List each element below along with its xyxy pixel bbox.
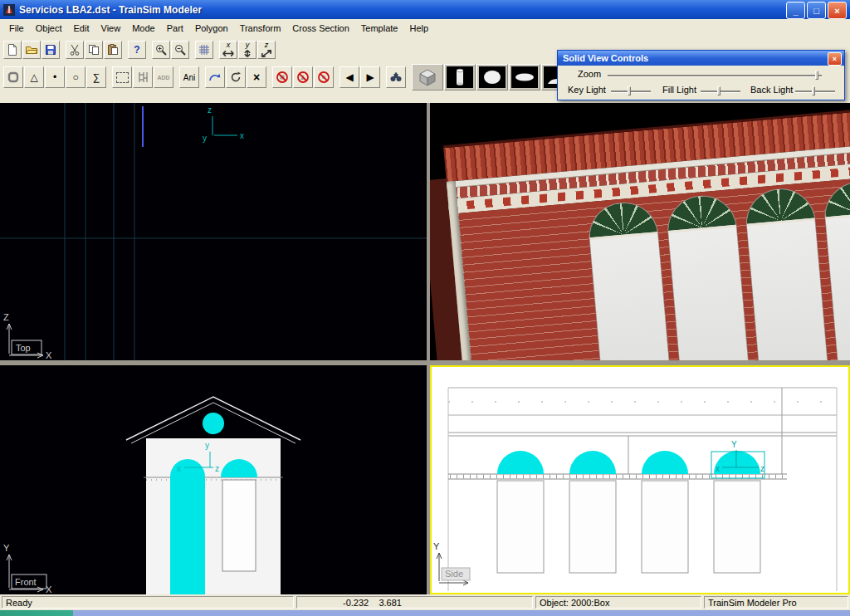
template-cylinder-button[interactable] [444,64,476,90]
maximize-button[interactable]: □ [807,2,826,19]
rotate-arrow-button[interactable] [226,66,246,88]
close-button[interactable]: × [828,2,847,19]
prev-part-button[interactable]: ◀ [340,66,359,88]
status-bar: Ready -0.232 3.681 Object: 2000:Box Trai… [0,594,850,610]
new-document-icon [6,43,19,56]
new-document-button[interactable] [3,41,22,59]
menu-template[interactable]: Template [355,21,404,36]
app-icon [2,3,16,17]
rotate-arrow-icon [229,71,242,84]
viewport-perspective[interactable] [430,103,850,360]
animation-icon: Ani [183,73,195,82]
window-front [222,480,256,571]
ruler-icon [136,71,149,84]
status-object: Object: 2000:Box [535,596,701,609]
hide-part-3-button[interactable] [314,66,334,88]
menu-view[interactable]: View [95,21,127,36]
vertex-point-button[interactable]: • [45,66,65,88]
front-view-canvas[interactable]: y x z Y X Front [0,365,427,594]
zoom-in-icon [154,43,168,56]
toolbar-row-2: △ • ○ ∑ ADD Ani [3,63,574,91]
menu-part[interactable]: Part [161,21,189,36]
title-bar[interactable]: Servicios LBA2.dst - TrainSim Modeler _ … [0,0,850,19]
top-axis-legend: Z X Top [3,312,52,360]
menu-help[interactable]: Help [403,21,434,36]
binoculars-icon [389,71,403,84]
window-title: Servicios LBA2.dst - TrainSim Modeler [19,4,202,16]
paste-button[interactable] [104,41,122,59]
constrain-y-button[interactable]: y [238,41,256,59]
circle-polygon-button[interactable]: ○ [66,66,85,88]
menu-mode[interactable]: Mode [126,21,161,36]
y-axis-icon: y [246,42,250,49]
zoom-out-button[interactable] [171,41,189,59]
template-oval-button[interactable] [509,64,540,90]
palette-title-bar[interactable]: Solid View Controls × [558,51,844,66]
face-select-button[interactable] [3,66,23,88]
minimize-button[interactable]: _ [786,2,805,19]
constrain-x-button[interactable]: x [219,41,237,59]
find-button[interactable] [386,66,406,88]
window-side [497,481,544,573]
round-window [203,413,224,434]
hide-part-1-button[interactable] [272,66,292,88]
triangle-polygon-button[interactable]: △ [24,66,44,88]
save-button[interactable] [42,41,60,59]
add-point-button[interactable]: ADD [154,66,173,88]
save-icon [44,43,57,56]
menu-cross-section[interactable]: Cross Section [286,21,354,36]
hide-part-2-button[interactable] [293,66,313,88]
svg-text:y: y [205,441,209,450]
copy-button[interactable] [85,41,103,59]
fan-window [666,193,736,233]
delete-x-button[interactable]: × [247,66,266,88]
menu-object[interactable]: Object [30,21,68,36]
zoom-slider-thumb[interactable] [815,71,818,80]
start-button-sliver[interactable] [0,610,73,616]
svg-text:Front: Front [15,577,37,587]
front-axis-legend: Y X Front [3,543,52,594]
template-box-button[interactable] [412,64,443,90]
fill-light-track[interactable] [701,90,740,92]
open-folder-button[interactable] [22,41,41,59]
constrain-z-button[interactable]: z [257,41,276,59]
back-light-thumb[interactable] [812,86,815,95]
top-view-canvas[interactable]: z y x Z X Top [0,103,427,360]
viewport-front[interactable]: y x z Y X Front [0,365,427,594]
hide-part-3-icon [317,71,330,84]
animation-button[interactable]: Ani [179,66,199,88]
help-button[interactable]: ? [128,41,146,59]
zoom-slider-track[interactable] [608,75,822,76]
circle-icon: ○ [72,72,78,82]
point-icon: • [53,72,56,82]
viewport-side-active[interactable]: Y x z Y Side [430,365,850,594]
top-gizmo: z y x [203,105,244,143]
open-folder-icon [25,43,38,56]
hide-part-1-icon [276,71,289,84]
menu-file[interactable]: File [3,21,30,36]
grid-icon [198,43,211,56]
fill-light-thumb[interactable] [717,86,721,95]
ruler-button[interactable] [133,66,153,88]
summation-button[interactable]: ∑ [86,66,106,88]
viewport-top[interactable]: z y x Z X Top [0,103,427,360]
menu-edit[interactable]: Edit [68,21,95,36]
zoom-out-icon [173,43,187,56]
back-light-track[interactable] [795,90,835,92]
menu-polygon[interactable]: Polygon [189,21,234,36]
template-cylinder-icon [447,67,472,87]
menu-transform[interactable]: Transform [234,21,287,36]
grid-snap-button[interactable] [195,41,213,59]
key-light-thumb[interactable] [628,86,631,95]
palette-close-button[interactable]: × [828,52,842,66]
cut-button[interactable] [66,41,84,59]
key-light-track[interactable] [611,90,651,92]
help-icon: ? [134,45,139,55]
template-ellipse-button[interactable] [476,64,508,90]
side-view-canvas[interactable]: Y x z Y Side [432,367,848,593]
next-part-button[interactable]: ▶ [360,66,380,88]
redo-arrow-button[interactable] [205,66,225,88]
solid-view-controls-palette[interactable]: Solid View Controls × Zoom Key Light Fil… [557,50,845,100]
zoom-in-button[interactable] [152,41,170,59]
marquee-select-button[interactable] [112,66,132,88]
